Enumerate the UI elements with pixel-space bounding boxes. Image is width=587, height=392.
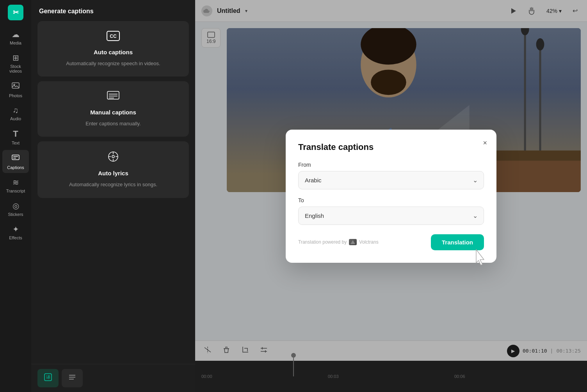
manual-captions-card[interactable]: Manual captions Enter captions manually.	[37, 81, 189, 137]
sidebar-item-effects-label: Effects	[9, 235, 22, 240]
auto-lyrics-icon	[107, 151, 119, 165]
manual-captions-desc: Enter captions manually.	[85, 120, 141, 127]
auto-captions-title: Auto captions	[94, 49, 133, 55]
panel-title: Generate captions	[31, 0, 195, 21]
auto-lyrics-desc: Automatically recognize lyrics in songs.	[69, 181, 157, 188]
to-label: To	[298, 197, 484, 203]
photos-icon	[11, 81, 20, 92]
sidebar-rail: ✂ ☁ Media ⊞ Stock videos Photos ♫	[0, 0, 31, 392]
to-select[interactable]: English Arabic Spanish French German Jap…	[298, 207, 484, 225]
volctrans-icon	[349, 239, 357, 245]
sidebar-item-stickers[interactable]: ◎ Stickers	[2, 198, 29, 220]
svg-text:CC: CC	[110, 34, 117, 39]
from-select-wrapper: Arabic English Spanish French German Jap…	[298, 171, 484, 189]
sidebar-item-stock-videos[interactable]: ⊞ Stock videos	[2, 50, 29, 77]
stickers-icon: ◎	[12, 201, 19, 210]
translation-submit-btn[interactable]: Translation	[431, 234, 484, 250]
auto-lyrics-card[interactable]: Auto lyrics Automatically recognize lyri…	[37, 141, 189, 198]
app-container: ✂ ☁ Media ⊞ Stock videos Photos ♫	[0, 0, 587, 392]
sidebar-item-captions-label: Captions	[7, 165, 24, 170]
to-group: To English Arabic Spanish French German …	[298, 197, 484, 225]
powered-by: Translation powered by Volctrans	[298, 239, 379, 245]
cursor-pointer	[473, 249, 487, 266]
audio-icon: ♫	[13, 106, 19, 115]
sidebar-item-effects[interactable]: ✦ Effects	[2, 221, 29, 243]
dialog-title: Translate captions	[298, 142, 484, 152]
from-group: From Arabic English Spanish French Germa…	[298, 162, 484, 189]
app-logo: ✂	[8, 5, 23, 20]
to-select-wrapper: English Arabic Spanish French German Jap…	[298, 207, 484, 225]
svg-point-12	[112, 155, 114, 158]
sidebar-item-stickers-label: Stickers	[8, 212, 23, 217]
sidebar-item-text-label: Text	[12, 141, 20, 145]
sidebar-item-stock-videos-label: Stock videos	[5, 64, 27, 73]
translate-footer-btn[interactable]: 译	[37, 369, 59, 387]
effects-icon: ✦	[12, 225, 19, 234]
stock-videos-icon: ⊞	[12, 53, 19, 62]
main-area: Untitled ▾ 42% ▾ ↩	[195, 0, 587, 392]
sidebar-item-photos[interactable]: Photos	[2, 78, 29, 101]
manual-captions-icon	[107, 91, 119, 104]
svg-rect-0	[12, 83, 19, 88]
vendor-name: Volctrans	[359, 239, 378, 245]
dialog-footer: Translation powered by Volctrans Transla…	[298, 234, 484, 250]
sidebar-item-photos-label: Photos	[9, 93, 22, 98]
sidebar-item-media-label: Media	[10, 41, 21, 45]
list-footer-btn[interactable]	[62, 369, 83, 387]
media-icon: ☁	[12, 30, 20, 39]
panel-footer: 译	[31, 364, 195, 392]
dialog-overlay: × Translate captions From Arabic English…	[195, 0, 587, 392]
auto-captions-desc: Automatically recognize speech in videos…	[66, 60, 160, 67]
dialog-close-btn[interactable]: ×	[481, 137, 489, 149]
sidebar-item-media[interactable]: ☁ Media	[2, 27, 29, 48]
manual-captions-title: Manual captions	[90, 109, 136, 116]
translate-captions-dialog: × Translate captions From Arabic English…	[286, 130, 496, 263]
left-panel: Generate captions CC Auto captions Autom…	[31, 0, 195, 392]
from-label: From	[298, 162, 484, 168]
captions-icon	[11, 153, 20, 164]
powered-by-text: Translation powered by	[298, 239, 347, 245]
sidebar-item-transcript[interactable]: ≋ Transcript	[2, 175, 29, 196]
auto-lyrics-title: Auto lyrics	[98, 170, 128, 176]
sidebar-item-audio-label: Audio	[10, 116, 21, 121]
sidebar-item-transcript-label: Transcript	[6, 189, 25, 193]
sidebar-item-captions[interactable]: Captions	[2, 150, 29, 173]
panel-content: CC Auto captions Automatically recognize…	[31, 21, 195, 364]
svg-text:译: 译	[46, 375, 50, 380]
transcript-icon: ≋	[12, 178, 19, 187]
from-select[interactable]: Arabic English Spanish French German Jap…	[298, 171, 484, 189]
text-icon: T	[13, 129, 18, 139]
sidebar-item-audio[interactable]: ♫ Audio	[2, 103, 29, 124]
auto-captions-icon: CC	[106, 30, 120, 44]
auto-captions-card[interactable]: CC Auto captions Automatically recognize…	[37, 21, 189, 77]
sidebar-item-text[interactable]: T Text	[2, 126, 29, 148]
svg-rect-2	[12, 155, 19, 160]
svg-point-1	[14, 84, 15, 86]
